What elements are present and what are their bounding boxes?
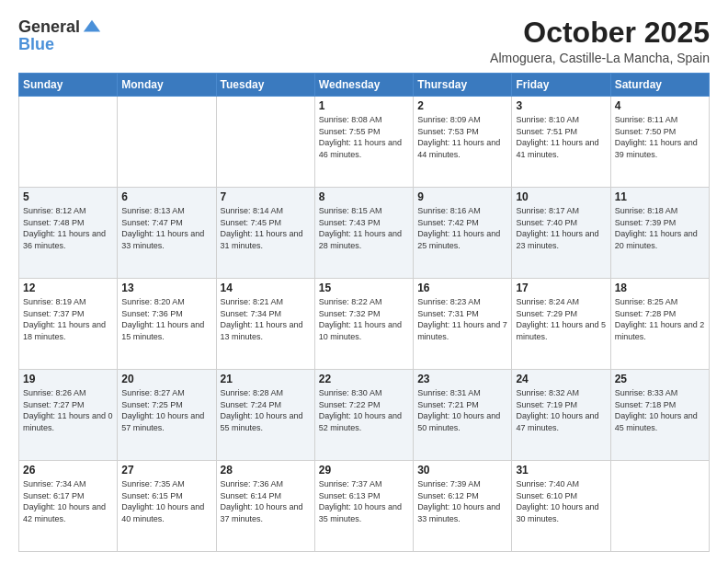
day-number: 25 (615, 373, 705, 385)
day-number: 16 (417, 282, 507, 294)
col-friday: Friday (512, 74, 610, 97)
logo-text: General (18, 17, 102, 37)
table-row: 7Sunrise: 8:14 AMSunset: 7:45 PMDaylight… (216, 188, 314, 279)
table-row: 19Sunrise: 8:26 AMSunset: 7:27 PMDayligh… (19, 370, 118, 461)
day-number: 3 (516, 99, 606, 112)
day-info: Sunrise: 8:24 AMSunset: 7:29 PMDaylight:… (516, 296, 606, 342)
calendar-week-row: 19Sunrise: 8:26 AMSunset: 7:27 PMDayligh… (19, 370, 710, 461)
day-number: 12 (23, 282, 113, 294)
col-monday: Monday (118, 74, 216, 97)
day-number: 10 (516, 190, 606, 203)
day-number: 6 (121, 190, 211, 203)
table-row: 31Sunrise: 7:40 AMSunset: 6:10 PMDayligh… (512, 461, 610, 552)
day-info: Sunrise: 8:20 AMSunset: 7:36 PMDaylight:… (121, 296, 211, 342)
table-row: 11Sunrise: 8:18 AMSunset: 7:39 PMDayligh… (610, 188, 709, 279)
day-number: 29 (319, 464, 409, 477)
day-info: Sunrise: 8:15 AMSunset: 7:43 PMDaylight:… (319, 205, 409, 251)
day-info: Sunrise: 8:18 AMSunset: 7:39 PMDaylight:… (615, 205, 705, 251)
table-row: 5Sunrise: 8:12 AMSunset: 7:48 PMDaylight… (19, 188, 118, 279)
day-info: Sunrise: 8:17 AMSunset: 7:40 PMDaylight:… (516, 205, 606, 251)
day-number: 15 (319, 282, 409, 294)
day-number: 11 (615, 190, 705, 203)
table-row: 29Sunrise: 7:37 AMSunset: 6:13 PMDayligh… (314, 461, 413, 552)
table-row: 9Sunrise: 8:16 AMSunset: 7:42 PMDaylight… (414, 188, 512, 279)
calendar-header-row: Sunday Monday Tuesday Wednesday Thursday… (19, 74, 710, 97)
calendar-table: Sunday Monday Tuesday Wednesday Thursday… (18, 73, 710, 552)
table-row: 16Sunrise: 8:23 AMSunset: 7:31 PMDayligh… (414, 279, 512, 370)
day-info: Sunrise: 8:31 AMSunset: 7:21 PMDaylight:… (417, 387, 507, 433)
day-number: 31 (516, 464, 606, 477)
table-row: 18Sunrise: 8:25 AMSunset: 7:28 PMDayligh… (610, 279, 709, 370)
month-title: October 2025 (490, 17, 710, 49)
day-info: Sunrise: 8:13 AMSunset: 7:47 PMDaylight:… (121, 205, 211, 251)
day-number: 30 (417, 464, 507, 477)
table-row: 24Sunrise: 8:32 AMSunset: 7:19 PMDayligh… (512, 370, 610, 461)
day-info: Sunrise: 8:12 AMSunset: 7:48 PMDaylight:… (23, 205, 113, 251)
day-number: 7 (221, 190, 311, 203)
table-row: 1Sunrise: 8:08 AMSunset: 7:55 PMDaylight… (314, 97, 413, 188)
day-info: Sunrise: 8:22 AMSunset: 7:32 PMDaylight:… (319, 296, 409, 342)
day-number: 8 (319, 190, 409, 203)
logo: General Blue (18, 17, 102, 54)
calendar-week-row: 12Sunrise: 8:19 AMSunset: 7:37 PMDayligh… (19, 279, 710, 370)
table-row: 3Sunrise: 8:10 AMSunset: 7:51 PMDaylight… (512, 97, 610, 188)
day-number: 13 (121, 282, 211, 294)
logo-blue: Blue (18, 35, 54, 53)
day-number: 9 (417, 190, 507, 203)
day-number: 4 (615, 99, 705, 112)
location: Almoguera, Castille-La Mancha, Spain (490, 51, 710, 65)
col-saturday: Saturday (610, 74, 709, 97)
day-info: Sunrise: 7:40 AMSunset: 6:10 PMDaylight:… (516, 478, 606, 524)
table-row: 26Sunrise: 7:34 AMSunset: 6:17 PMDayligh… (19, 461, 118, 552)
day-info: Sunrise: 8:30 AMSunset: 7:22 PMDaylight:… (319, 387, 409, 433)
logo-general: General (18, 17, 80, 37)
day-info: Sunrise: 8:21 AMSunset: 7:34 PMDaylight:… (221, 296, 311, 342)
day-info: Sunrise: 8:11 AMSunset: 7:50 PMDaylight:… (615, 114, 705, 160)
table-row (610, 461, 709, 552)
table-row: 6Sunrise: 8:13 AMSunset: 7:47 PMDaylight… (118, 188, 216, 279)
table-row: 27Sunrise: 7:35 AMSunset: 6:15 PMDayligh… (118, 461, 216, 552)
day-info: Sunrise: 7:35 AMSunset: 6:15 PMDaylight:… (121, 478, 211, 524)
table-row: 12Sunrise: 8:19 AMSunset: 7:37 PMDayligh… (19, 279, 118, 370)
day-number: 27 (121, 464, 211, 477)
day-info: Sunrise: 8:26 AMSunset: 7:27 PMDaylight:… (23, 387, 113, 433)
day-info: Sunrise: 8:27 AMSunset: 7:25 PMDaylight:… (121, 387, 211, 433)
col-thursday: Thursday (414, 74, 512, 97)
col-tuesday: Tuesday (216, 74, 314, 97)
table-row (19, 97, 118, 188)
day-info: Sunrise: 8:16 AMSunset: 7:42 PMDaylight:… (417, 205, 507, 251)
table-row: 22Sunrise: 8:30 AMSunset: 7:22 PMDayligh… (314, 370, 413, 461)
day-number: 20 (121, 373, 211, 385)
table-row: 15Sunrise: 8:22 AMSunset: 7:32 PMDayligh… (314, 279, 413, 370)
table-row: 10Sunrise: 8:17 AMSunset: 7:40 PMDayligh… (512, 188, 610, 279)
day-info: Sunrise: 8:09 AMSunset: 7:53 PMDaylight:… (417, 114, 507, 160)
day-number: 24 (516, 373, 606, 385)
day-info: Sunrise: 8:25 AMSunset: 7:28 PMDaylight:… (615, 296, 705, 342)
col-wednesday: Wednesday (314, 74, 413, 97)
day-info: Sunrise: 8:14 AMSunset: 7:45 PMDaylight:… (221, 205, 311, 251)
table-row: 20Sunrise: 8:27 AMSunset: 7:25 PMDayligh… (118, 370, 216, 461)
table-row: 30Sunrise: 7:39 AMSunset: 6:12 PMDayligh… (414, 461, 512, 552)
calendar-week-row: 1Sunrise: 8:08 AMSunset: 7:55 PMDaylight… (19, 97, 710, 188)
table-row: 2Sunrise: 8:09 AMSunset: 7:53 PMDaylight… (414, 97, 512, 188)
day-info: Sunrise: 7:34 AMSunset: 6:17 PMDaylight:… (23, 478, 113, 524)
day-info: Sunrise: 8:32 AMSunset: 7:19 PMDaylight:… (516, 387, 606, 433)
day-info: Sunrise: 8:33 AMSunset: 7:18 PMDaylight:… (615, 387, 705, 433)
day-number: 2 (417, 99, 507, 112)
table-row: 25Sunrise: 8:33 AMSunset: 7:18 PMDayligh… (610, 370, 709, 461)
day-info: Sunrise: 7:37 AMSunset: 6:13 PMDaylight:… (319, 478, 409, 524)
day-info: Sunrise: 7:39 AMSunset: 6:12 PMDaylight:… (417, 478, 507, 524)
page: General Blue October 2025 Almoguera, Cas… (0, 0, 728, 563)
table-row: 17Sunrise: 8:24 AMSunset: 7:29 PMDayligh… (512, 279, 610, 370)
day-number: 19 (23, 373, 113, 385)
day-number: 18 (615, 282, 705, 294)
table-row: 8Sunrise: 8:15 AMSunset: 7:43 PMDaylight… (314, 188, 413, 279)
logo-icon (82, 17, 102, 37)
day-number: 21 (221, 373, 311, 385)
day-number: 14 (221, 282, 311, 294)
svg-marker-0 (84, 20, 100, 32)
table-row (216, 97, 314, 188)
calendar-week-row: 26Sunrise: 7:34 AMSunset: 6:17 PMDayligh… (19, 461, 710, 552)
table-row: 4Sunrise: 8:11 AMSunset: 7:50 PMDaylight… (610, 97, 709, 188)
day-number: 23 (417, 373, 507, 385)
